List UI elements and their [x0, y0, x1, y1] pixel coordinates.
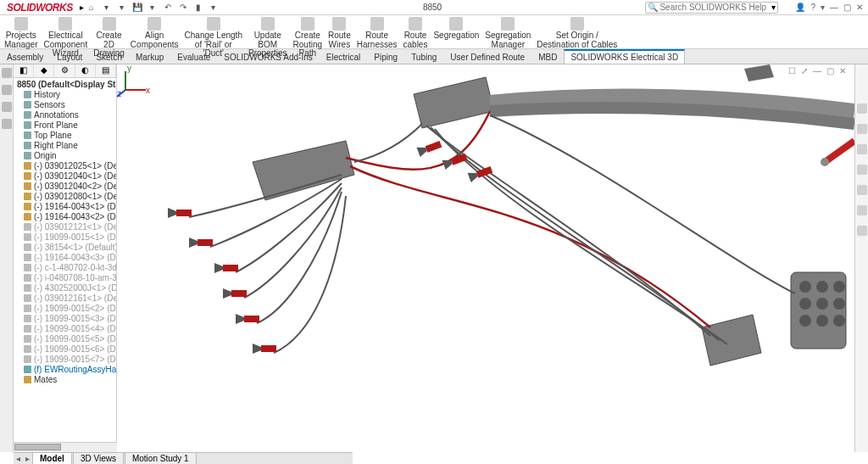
cmd-7[interactable]: RouteWires [326, 16, 353, 50]
print-icon[interactable]: ▾ [147, 2, 159, 14]
tree-node[interactable]: Front Plane [15, 120, 116, 131]
btab-3d-views[interactable]: 3D Views [73, 452, 124, 464]
tree-node[interactable]: Mates [15, 375, 116, 385]
cmd-11[interactable]: SegregationManager [482, 16, 533, 50]
tree-node[interactable]: Sensors [15, 100, 116, 110]
tab-mbd[interactable]: MBD [531, 50, 564, 64]
tab-assembly[interactable]: Assembly [0, 50, 50, 64]
tp-view-icon[interactable] [857, 165, 867, 175]
tree-node[interactable]: Top Plane [15, 131, 116, 141]
tree-node[interactable]: (-) 039012121<1> (Default) (36) [15, 222, 116, 232]
fm-tab-tree-icon[interactable] [2, 68, 12, 78]
tree-root-node[interactable]: 8850 (Default<Display State-1>) [15, 80, 116, 90]
search-input[interactable] [659, 3, 770, 12]
tree-tab-2-icon[interactable]: ◆ [34, 64, 54, 77]
graphics-view[interactable]: ☐ ⤢ — ▢ ✕ [117, 64, 854, 452]
tab-electrical[interactable]: Electrical [320, 50, 368, 64]
tree-node[interactable]: Annotations [15, 110, 116, 120]
tree-node[interactable]: (-) i-0480708-10-am-3d<1> (Default) [15, 273, 116, 283]
help-search[interactable]: 🔍 ▾ [645, 2, 778, 14]
search-dropdown-icon[interactable]: ▾ [771, 3, 776, 12]
view-triad[interactable]: y x z [117, 64, 151, 98]
tree-label: History [34, 90, 60, 99]
tree-node[interactable]: (-) 19099-0015<7> (Default) (57) [15, 355, 116, 365]
tree-hscroll[interactable] [14, 442, 117, 452]
tab-solidworks-add-ins[interactable]: SOLIDWORKS Add-Ins [217, 50, 319, 64]
tree-tab-5-icon[interactable]: ▤ [96, 64, 116, 77]
tp-resources-icon[interactable] [857, 103, 867, 114]
expand-icon[interactable]: ▸ [80, 3, 84, 12]
tree-node[interactable]: (-) 19099-0015<5> (Default) (55) [15, 334, 116, 344]
btab-next-icon[interactable]: ▸ [23, 453, 32, 464]
tree-node[interactable]: (-) 19164-0043<1> (Default<<Default [15, 202, 116, 212]
tree-tab-4-icon[interactable]: ◐ [75, 64, 96, 77]
tp-library-icon[interactable] [857, 124, 867, 134]
tab-tubing[interactable]: Tubing [404, 50, 443, 64]
tree-tab-1-icon[interactable]: ◧ [14, 64, 34, 77]
options-icon[interactable]: ▾ [208, 2, 220, 14]
tree-node[interactable]: (-) 039012025<1> (Default<<Default [15, 161, 116, 171]
tree-node[interactable]: (-) 039012040<1> (Default<<Default [15, 171, 116, 182]
redo-icon[interactable]: ↷ [177, 2, 189, 14]
tree-label: (f) EWRoutingAssyHarness_MBD [34, 365, 117, 374]
save-icon[interactable]: 💾 [131, 2, 143, 14]
open-icon[interactable]: ▾ [116, 2, 128, 14]
tree-node[interactable]: (f) EWRoutingAssyHarness_MBD [15, 365, 116, 375]
tree-node[interactable]: (-) c-1-480702-0-kt-3d1<1> (Default) [15, 263, 116, 273]
fm-tab-property-icon[interactable] [2, 85, 12, 95]
bottom-tabs: ◂ ▸ Model3D ViewsMotion Study 1 [14, 452, 353, 464]
minimize-icon[interactable]: ▾ [821, 3, 825, 12]
btab-prev-icon[interactable]: ◂ [14, 453, 23, 464]
tree-node[interactable]: (-) 19099-0015<6> (Default) (56) [15, 344, 116, 355]
svg-point-7 [799, 298, 811, 310]
tree-node[interactable]: (-) 19099-0015<4> (Default) (54) [15, 324, 116, 334]
fm-tab-config-icon[interactable] [2, 102, 12, 112]
fm-tab-display-icon[interactable] [2, 119, 12, 129]
user-icon[interactable]: 👤 [795, 3, 805, 12]
close-window-icon[interactable]: ✕ [856, 3, 863, 12]
tp-explorer-icon[interactable] [857, 144, 867, 154]
tab-layout[interactable]: Layout [50, 50, 89, 64]
tab-solidworks-electrical-3d[interactable]: SOLIDWORKS Electrical 3D [564, 49, 685, 64]
max-window-icon[interactable]: ▢ [843, 3, 851, 12]
tree-node[interactable]: (-) 039012080<1> (Default<<Default [15, 192, 116, 202]
tree-node[interactable]: (-) 19164-0043<2> (Default<<Default [15, 212, 116, 222]
svg-marker-2 [702, 315, 761, 366]
new-icon[interactable]: ▾ [101, 2, 113, 14]
tree-node[interactable]: History [15, 90, 116, 100]
help-icon[interactable]: ? [810, 3, 815, 12]
btab-model[interactable]: Model [32, 452, 72, 464]
tab-sketch[interactable]: Sketch [89, 50, 129, 64]
tree-node[interactable]: (-) 430252000J<1> (Default) (49) [15, 283, 116, 293]
tree-node[interactable]: Origin [15, 151, 116, 161]
tp-appearance-icon[interactable] [857, 185, 867, 195]
tab-piping[interactable]: Piping [367, 50, 404, 64]
tree-node[interactable]: (-) 19099-0015<2> (Default) (52) [15, 304, 116, 314]
cmd-10[interactable]: Segregation [431, 16, 481, 42]
tab-evaluate[interactable]: Evaluate [170, 50, 217, 64]
cmd-9[interactable]: Routecables [401, 16, 431, 50]
tree-tab-3-icon[interactable]: ⚙ [54, 64, 75, 77]
cmd-12[interactable]: Set Origin /Destination of Cables [534, 16, 620, 50]
tree-node[interactable]: (-) 039012161<1> (Default) (51) [15, 293, 116, 304]
tp-forum-icon[interactable] [857, 226, 867, 236]
tree-node[interactable]: (-) 19164-0043<3> (Default) (39) [15, 253, 116, 263]
tab-user-defined-route[interactable]: User Defined Route [443, 50, 531, 64]
home-icon[interactable]: ⌂ [86, 2, 97, 14]
scroll-thumb[interactable] [14, 444, 61, 450]
tree-node[interactable]: (-) 38154<1> (Default) (38) [15, 243, 116, 253]
tree-icon [24, 366, 31, 373]
tab-markup[interactable]: Markup [129, 50, 170, 64]
min-window-icon[interactable]: — [830, 3, 838, 12]
tree-node[interactable]: (-) 19099-0015<1> (Default) (37) [15, 232, 116, 243]
undo-icon[interactable]: ↶ [162, 2, 174, 14]
cmd-0[interactable]: ProjectsManager [2, 16, 40, 50]
tree-node[interactable]: (-) 039012040<2> (Default<<Default [15, 182, 116, 192]
tree-node[interactable]: Right Plane [15, 141, 116, 151]
cmd-3[interactable]: AlignComponents [128, 16, 181, 50]
btab-motion-study-1[interactable]: Motion Study 1 [125, 452, 197, 464]
cmd-8[interactable]: RouteHarnesses [354, 16, 400, 50]
tree-node[interactable]: (-) 19099-0015<3> (Default) (53) [15, 314, 116, 324]
tp-properties-icon[interactable] [857, 205, 867, 215]
select-icon[interactable]: ▮ [192, 2, 204, 14]
